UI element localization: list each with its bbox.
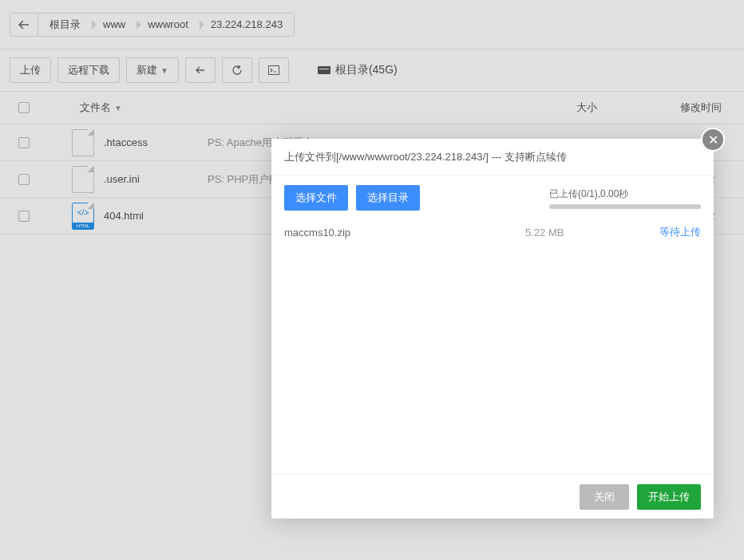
progress-bar <box>549 204 701 209</box>
upload-file-row: maccms10.zip 5.22 MB 等待上传 <box>284 220 701 244</box>
upload-dialog: ✕ 上传文件到[/www/wwwroot/23.224.218.243/] --… <box>271 139 714 519</box>
dialog-close-button[interactable]: 关闭 <box>580 484 629 510</box>
progress-label: 已上传(0/1),0.00秒 <box>549 187 701 201</box>
dialog-title: 上传文件到[/www/wwwroot/23.224.218.243/] --- … <box>271 139 714 175</box>
select-file-button[interactable]: 选择文件 <box>284 185 348 211</box>
upload-file-name: maccms10.zip <box>284 227 525 239</box>
select-dir-button[interactable]: 选择目录 <box>356 185 420 211</box>
upload-file-status[interactable]: 等待上传 <box>637 225 701 239</box>
dialog-start-button[interactable]: 开始上传 <box>637 484 701 510</box>
upload-file-size: 5.22 MB <box>525 227 637 239</box>
close-icon[interactable]: ✕ <box>701 128 725 152</box>
